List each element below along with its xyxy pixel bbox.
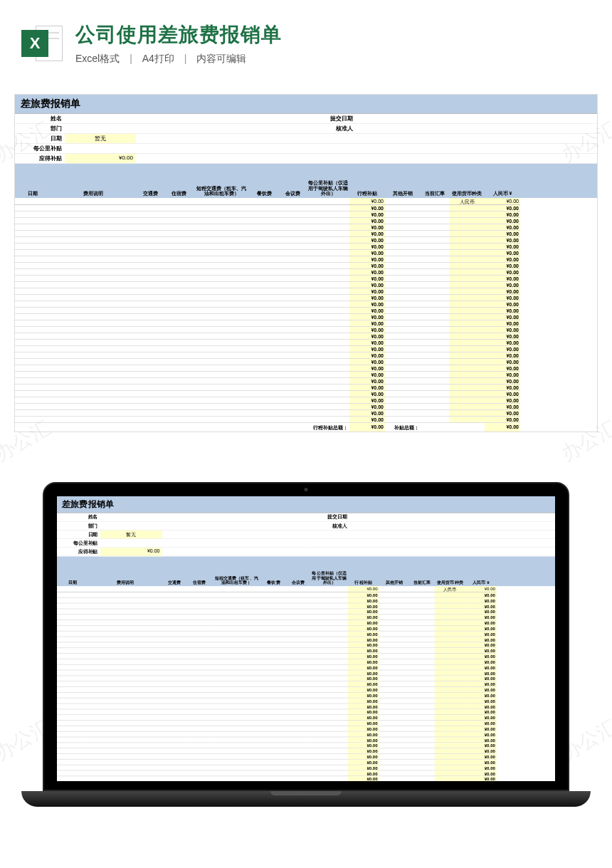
table-row[interactable]: ¥0.00 ¥0.00 xyxy=(57,748,555,754)
currency-cell[interactable] xyxy=(449,218,485,224)
table-row[interactable]: ¥0.00 ¥0.00 xyxy=(57,676,555,681)
currency-cell[interactable] xyxy=(435,609,466,615)
currency-cell[interactable] xyxy=(449,269,485,276)
table-row[interactable]: ¥0.00 ¥0.00 xyxy=(15,378,597,385)
currency-cell[interactable] xyxy=(435,754,466,760)
currency-cell[interactable] xyxy=(449,256,485,263)
currency-cell[interactable] xyxy=(435,676,466,681)
table-row[interactable]: ¥0.00 ¥0.00 xyxy=(57,620,555,626)
table-row[interactable]: ¥0.00 ¥0.00 xyxy=(57,632,555,637)
currency-cell[interactable] xyxy=(435,737,466,743)
table-row[interactable]: ¥0.00 ¥0.00 xyxy=(15,301,597,308)
currency-cell[interactable] xyxy=(449,333,485,340)
currency-cell[interactable] xyxy=(449,237,485,244)
table-row[interactable]: ¥0.00 ¥0.00 xyxy=(15,244,597,250)
table-row[interactable]: ¥0.00 ¥0.00 xyxy=(57,770,555,776)
currency-cell[interactable] xyxy=(449,205,485,211)
currency-cell[interactable] xyxy=(435,715,466,721)
table-row[interactable]: ¥0.00 ¥0.00 xyxy=(15,372,597,378)
table-row[interactable]: ¥0.00 ¥0.00 xyxy=(57,626,555,632)
table-row[interactable]: ¥0.00 ¥0.00 xyxy=(57,754,555,760)
per-km-value[interactable] xyxy=(65,144,136,154)
table-row[interactable]: ¥0.00 ¥0.00 xyxy=(57,726,555,732)
table-row[interactable]: ¥0.00 ¥0.00 xyxy=(57,659,555,665)
currency-cell[interactable] xyxy=(435,670,466,676)
table-row[interactable]: ¥0.00 ¥0.00 xyxy=(57,743,555,748)
currency-cell[interactable] xyxy=(449,397,485,404)
currency-cell[interactable] xyxy=(435,732,466,738)
table-row[interactable]: ¥0.00 ¥0.00 xyxy=(57,765,555,771)
currency-cell[interactable] xyxy=(449,224,485,231)
currency-cell[interactable] xyxy=(449,282,485,288)
currency-default-cell[interactable]: 人民币 xyxy=(435,586,466,592)
currency-cell[interactable] xyxy=(435,721,466,726)
currency-cell[interactable] xyxy=(449,231,485,237)
currency-cell[interactable] xyxy=(435,620,466,626)
currency-cell[interactable] xyxy=(449,404,485,410)
table-row[interactable]: ¥0.00 ¥0.00 xyxy=(15,205,597,211)
table-row[interactable]: ¥0.00 ¥0.00 xyxy=(15,320,597,327)
table-row[interactable]: ¥0.00 ¥0.00 xyxy=(57,609,555,615)
currency-cell[interactable] xyxy=(435,765,466,771)
table-row[interactable]: ¥0.00 ¥0.00 xyxy=(15,231,597,237)
currency-default-cell[interactable]: 人民币 xyxy=(449,198,485,205)
table-row[interactable]: ¥0.00 ¥0.00 xyxy=(15,256,597,263)
currency-cell[interactable] xyxy=(449,372,485,378)
name-value[interactable] xyxy=(100,513,162,521)
currency-cell[interactable] xyxy=(435,709,466,715)
table-row[interactable]: ¥0.00 ¥0.00 xyxy=(15,282,597,288)
per-km-value[interactable] xyxy=(100,539,162,548)
table-row[interactable]: ¥0.00 ¥0.00 xyxy=(57,687,555,693)
currency-cell[interactable] xyxy=(435,726,466,732)
currency-cell[interactable] xyxy=(435,637,466,642)
currency-cell[interactable] xyxy=(435,687,466,693)
table-row[interactable]: ¥0.00 ¥0.00 xyxy=(15,346,597,352)
currency-cell[interactable] xyxy=(449,288,485,295)
table-row[interactable]: ¥0.00 ¥0.00 xyxy=(57,693,555,699)
currency-cell[interactable] xyxy=(449,359,485,365)
currency-cell[interactable] xyxy=(449,295,485,301)
currency-cell[interactable] xyxy=(435,704,466,709)
table-row[interactable]: ¥0.00 ¥0.00 xyxy=(57,648,555,654)
currency-cell[interactable] xyxy=(435,648,466,654)
dept-value[interactable] xyxy=(100,522,162,530)
table-row[interactable]: ¥0.00 ¥0.00 xyxy=(15,308,597,314)
currency-cell[interactable] xyxy=(435,654,466,659)
table-row[interactable]: ¥0.00 ¥0.00 xyxy=(15,417,597,423)
table-row[interactable]: ¥0.00 ¥0.00 xyxy=(57,776,555,781)
currency-cell[interactable] xyxy=(449,211,485,218)
currency-cell[interactable] xyxy=(435,598,466,604)
table-row[interactable]: ¥0.00 ¥0.00 xyxy=(15,295,597,301)
submit-date-value[interactable] xyxy=(356,114,427,124)
table-row[interactable]: ¥0.00 ¥0.00 xyxy=(57,615,555,620)
currency-cell[interactable] xyxy=(435,776,466,781)
table-row[interactable]: ¥0.00 ¥0.00 xyxy=(57,604,555,610)
table-row[interactable]: ¥0.00 ¥0.00 xyxy=(15,327,597,333)
table-row[interactable]: ¥0.00 ¥0.00 xyxy=(15,391,597,397)
table-row[interactable]: ¥0.00 ¥0.00 xyxy=(15,211,597,218)
table-row[interactable]: ¥0.00 ¥0.00 xyxy=(15,269,597,276)
date-value[interactable]: 暂无 xyxy=(100,530,162,539)
table-row[interactable]: ¥0.00 ¥0.00 xyxy=(15,340,597,346)
table-row[interactable]: ¥0.00 ¥0.00 xyxy=(15,263,597,269)
table-row[interactable]: ¥0.00 ¥0.00 xyxy=(15,410,597,417)
table-row[interactable]: ¥0.00 ¥0.00 xyxy=(15,397,597,404)
currency-cell[interactable] xyxy=(435,699,466,704)
currency-cell[interactable] xyxy=(435,681,466,687)
table-row[interactable]: ¥0.00 ¥0.00 xyxy=(57,699,555,704)
currency-cell[interactable] xyxy=(435,693,466,699)
table-row[interactable]: ¥0.00 ¥0.00 xyxy=(57,598,555,604)
currency-cell[interactable] xyxy=(449,385,485,391)
table-row[interactable]: ¥0.00 ¥0.00 xyxy=(15,359,597,365)
currency-cell[interactable] xyxy=(435,760,466,765)
dept-value[interactable] xyxy=(65,124,136,134)
table-row[interactable]: ¥0.00 ¥0.00 xyxy=(15,314,597,320)
currency-cell[interactable] xyxy=(449,417,485,423)
table-row[interactable]: ¥0.00 ¥0.00 xyxy=(15,237,597,244)
table-row[interactable]: ¥0.00 ¥0.00 xyxy=(15,218,597,224)
table-row[interactable]: ¥0.00 ¥0.00 xyxy=(15,288,597,295)
table-row[interactable]: ¥0.00 ¥0.00 xyxy=(15,352,597,359)
currency-cell[interactable] xyxy=(449,308,485,314)
table-row[interactable]: ¥0.00 ¥0.00 xyxy=(57,665,555,671)
table-row[interactable]: ¥0.00 ¥0.00 xyxy=(15,224,597,231)
